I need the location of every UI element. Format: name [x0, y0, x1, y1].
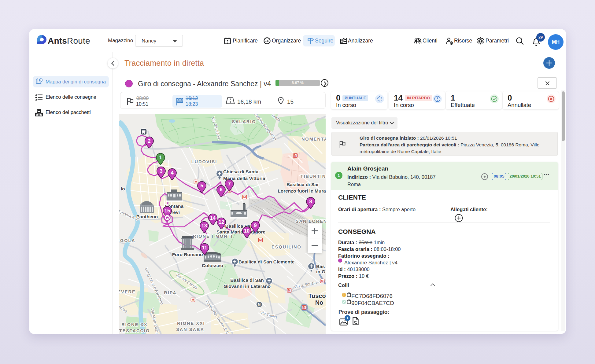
svg-text:SALARIO: SALARIO [232, 119, 256, 124]
svg-text:M: M [258, 303, 261, 306]
svg-text:M: M [288, 289, 290, 292]
svg-text:M: M [195, 180, 197, 184]
svg-text:lo: lo [121, 186, 125, 191]
svg-text:Tusco: Tusco [308, 292, 326, 299]
svg-text:Basilica di San Clemente: Basilica di San Clemente [238, 259, 295, 264]
svg-text:Santa Maria Maggiore: Santa Maria Maggiore [216, 229, 266, 234]
svg-text:Giovanni in Laterano: Giovanni in Laterano [224, 284, 271, 289]
svg-text:Basilica di Sar: Basilica di Sar [286, 182, 319, 187]
svg-text:M: M [303, 306, 305, 309]
svg-text:15: 15 [164, 208, 170, 213]
svg-text:M: M [321, 279, 323, 283]
svg-text:M: M [259, 238, 262, 242]
svg-text:TESTACCIO: TESTACCIO [119, 328, 150, 333]
svg-text:Colosseo: Colosseo [202, 263, 223, 268]
svg-text:8: 8 [309, 199, 312, 204]
svg-text:M: M [192, 298, 194, 302]
svg-text:10: 10 [244, 228, 249, 233]
svg-text:in G: in G [316, 269, 325, 274]
svg-text:12: 12 [219, 219, 224, 225]
svg-text:11: 11 [202, 245, 207, 250]
svg-text:M: M [294, 154, 297, 157]
svg-text:No: No [315, 299, 323, 306]
svg-text:4: 4 [171, 170, 174, 175]
svg-text:Pantheon: Pantheon [136, 214, 158, 219]
svg-text:RIPA: RIPA [164, 290, 177, 295]
svg-text:Lorenzo fuori le Mura: Lorenzo fuori le Mura [278, 188, 326, 193]
svg-text:SAN SABA: SAN SABA [176, 327, 204, 332]
svg-text:NOMENTA: NOMENTA [301, 137, 326, 142]
svg-text:2: 2 [148, 138, 150, 144]
svg-text:LUDOVISI: LUDOVISI [191, 159, 217, 164]
svg-text:13: 13 [201, 223, 207, 228]
svg-text:EGOLA: EGOLA [119, 238, 135, 243]
svg-text:Chiesa di Santa: Chiesa di Santa [223, 169, 259, 174]
svg-text:1: 1 [159, 155, 162, 160]
svg-text:M: M [243, 196, 246, 199]
svg-text:9: 9 [254, 222, 257, 228]
svg-text:7: 7 [228, 181, 231, 186]
svg-text:RIONE XX: RIONE XX [121, 322, 147, 327]
svg-text:14: 14 [210, 215, 216, 221]
svg-text:3: 3 [160, 168, 162, 174]
svg-text:Foro Romano: Foro Romano [172, 252, 203, 257]
svg-text:5: 5 [200, 183, 203, 188]
svg-text:Bas: Bas [316, 264, 325, 269]
svg-text:TIBURTINO: TIBURTINO [301, 174, 326, 179]
svg-text:EVERE: EVERE [119, 289, 136, 294]
svg-text:Basilica di San: Basilica di San [230, 278, 264, 283]
svg-text:6: 6 [220, 187, 222, 192]
svg-text:RIONE I MONTI: RIONE I MONTI [193, 234, 233, 239]
svg-text:RIONE XXI: RIONE XXI [177, 321, 205, 326]
svg-text:SAN LORENZ: SAN LORENZ [296, 219, 326, 224]
svg-text:ESQUILINO: ESQUILINO [272, 245, 301, 249]
